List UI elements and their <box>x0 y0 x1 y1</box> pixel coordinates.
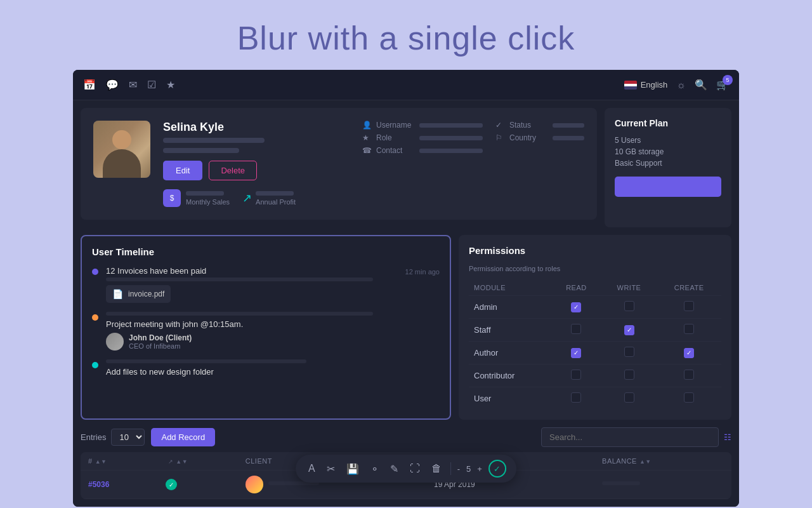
save-icon[interactable]: 💾 <box>344 460 362 478</box>
checkbox-contributor-create[interactable] <box>684 370 694 380</box>
staff-write[interactable]: ✓ <box>601 319 657 342</box>
calendar-icon[interactable]: 📅 <box>83 79 96 91</box>
status-value-blurred <box>553 123 584 128</box>
row-balance <box>594 471 731 499</box>
file-name: invoice.pdf <box>128 290 164 298</box>
chat-icon[interactable]: 💬 <box>106 79 119 91</box>
bottom-row: User Timeline 12 Invoices have been paid… <box>73 235 739 427</box>
author-read[interactable]: ✓ <box>551 342 601 364</box>
contributor-create[interactable] <box>657 364 721 387</box>
country-row: ⚐ Country <box>495 133 584 142</box>
checkbox-author-write[interactable] <box>624 347 634 357</box>
admin-write[interactable] <box>601 296 657 319</box>
cart-button[interactable]: 🛒 5 <box>716 79 729 91</box>
plan-card: Current Plan 5 Users 10 GB storage Basic… <box>605 108 731 227</box>
toolbar-value: 5 <box>466 464 471 474</box>
star-icon[interactable]: ★ <box>166 79 175 91</box>
mail-icon[interactable]: ✉ <box>129 79 137 91</box>
main-container: 📅 💬 ✉ ☑ ★ English ☼ 🔍 🛒 5 <box>73 70 739 507</box>
contributor-read[interactable] <box>551 364 601 387</box>
admin-read[interactable]: ✓ <box>551 296 601 319</box>
table-row: Contributor <box>469 364 721 387</box>
checkbox-admin-read[interactable]: ✓ <box>571 302 581 312</box>
sun-icon[interactable]: ☼ <box>676 79 686 91</box>
username-value-blurred <box>419 123 483 128</box>
balance-blurred <box>602 481 640 485</box>
plan-users: 5 Users <box>615 136 721 145</box>
checkbox-admin-create[interactable] <box>684 301 694 311</box>
filter-icon[interactable]: ☷ <box>724 432 731 442</box>
sort-icon-balance: ▲▼ <box>639 458 652 465</box>
admin-create[interactable] <box>657 296 721 319</box>
timeline-card: User Timeline 12 Invoices have been paid… <box>81 235 451 420</box>
checkbox-author-create[interactable]: ✓ <box>684 348 694 358</box>
checkbox-staff-read[interactable] <box>571 324 581 334</box>
mention-role: CEO of Infibeam <box>129 342 192 350</box>
checkbox-admin-write[interactable] <box>624 301 634 311</box>
timeline-content-2: Project meeting with john @10:15am. John… <box>106 312 440 351</box>
checkbox-contributor-read[interactable] <box>571 370 581 380</box>
role-row: ★ Role <box>362 133 483 142</box>
resize-icon[interactable]: ⛶ <box>407 460 422 477</box>
checkbox-user-write[interactable] <box>624 392 634 403</box>
trend-up-icon: ↗ <box>242 191 252 205</box>
country-label: Country <box>509 133 547 142</box>
checkbox-user-create[interactable] <box>684 392 694 403</box>
language-selector[interactable]: English <box>624 80 668 90</box>
user-read[interactable] <box>551 387 601 410</box>
staff-create[interactable] <box>657 319 721 342</box>
eraser-icon[interactable]: ✎ <box>388 460 401 478</box>
scissors-icon[interactable]: ✂ <box>324 460 337 478</box>
checkbox-author-read[interactable]: ✓ <box>571 348 581 358</box>
upgrade-button[interactable] <box>615 177 721 197</box>
monthly-sales-stat: $ Monthly Sales <box>163 189 230 207</box>
status-badge: ✓ <box>166 479 177 490</box>
timeline-item-2: Project meeting with john @10:15am. John… <box>92 312 440 351</box>
file-attachment[interactable]: 📄 invoice.pdf <box>106 285 171 303</box>
timeline-content-1: 12 Invoices have been paid 12 min ago 📄 … <box>106 266 440 303</box>
top-nav: 📅 💬 ✉ ☑ ★ English ☼ 🔍 🛒 5 <box>73 70 739 100</box>
user-write[interactable] <box>601 387 657 410</box>
author-create[interactable]: ✓ <box>657 342 721 364</box>
user-create[interactable] <box>657 387 721 410</box>
toolbar-confirm[interactable]: ✓ <box>488 460 506 478</box>
delete-button[interactable]: Delete <box>209 161 257 180</box>
client-avatar <box>246 476 263 493</box>
cart-badge-count: 5 <box>723 75 733 85</box>
check-icon[interactable]: ☑ <box>147 79 156 91</box>
crop-icon[interactable]: ⚬ <box>368 460 381 478</box>
contributor-write[interactable] <box>601 364 657 387</box>
user-icon: 👤 <box>362 121 371 130</box>
checkbox-user-read[interactable] <box>571 392 581 403</box>
search-input[interactable] <box>541 427 719 447</box>
table-row: Admin ✓ <box>469 296 721 319</box>
trash-icon[interactable]: 🗑 <box>429 460 444 477</box>
star-detail-icon: ★ <box>362 133 371 142</box>
entries-select[interactable]: 10 25 50 <box>111 429 145 446</box>
toolbar-minus[interactable]: - <box>457 464 460 474</box>
search-icon[interactable]: 🔍 <box>695 79 707 91</box>
col-read: READ <box>551 280 601 296</box>
profit-value-blurred <box>256 191 294 196</box>
blurred-username <box>163 138 265 143</box>
timeline-item-3: Add files to new design folder <box>92 359 440 378</box>
col-trend: ↗▲▼ <box>158 452 238 471</box>
row-id: #5036 <box>81 471 158 499</box>
author-write[interactable] <box>601 342 657 364</box>
sort-icon-trend2: ▲▼ <box>176 458 188 465</box>
checkbox-staff-create[interactable] <box>684 324 694 334</box>
checkbox-staff-write[interactable]: ✓ <box>624 325 634 335</box>
profile-name: Selina Kyle <box>163 121 343 134</box>
staff-read[interactable] <box>551 319 601 342</box>
add-record-button[interactable]: Add Record <box>151 428 215 446</box>
font-icon[interactable]: A <box>306 460 318 477</box>
checkbox-contributor-write[interactable] <box>624 370 634 380</box>
edit-button[interactable]: Edit <box>163 161 202 180</box>
avatar <box>93 121 150 178</box>
col-num: #▲▼ <box>81 452 158 471</box>
toolbar-plus[interactable]: + <box>477 464 482 474</box>
profile-buttons: Edit Delete <box>163 161 343 180</box>
status-label: Status <box>509 121 547 130</box>
table-toolbar: Entries 10 25 50 Add Record ☷ <box>81 427 731 447</box>
username-label: Username <box>376 121 414 130</box>
